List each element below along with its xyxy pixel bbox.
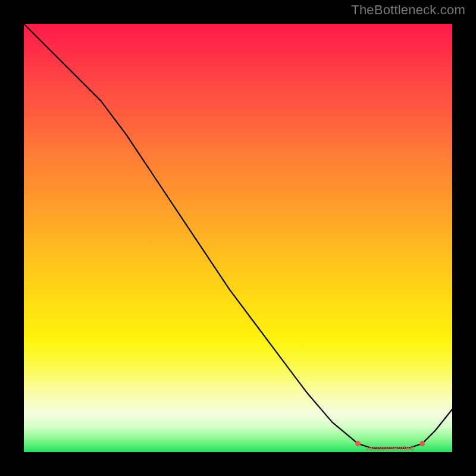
chart-frame: TheBottleneck.com recommended (0, 0, 476, 476)
recommended-endpoint-dot (419, 441, 425, 446)
watermark-label: TheBottleneck.com (351, 2, 465, 18)
curve-path (24, 24, 452, 448)
recommended-label: recommended (366, 444, 414, 452)
plot-area: recommended (24, 24, 452, 452)
recommended-endpoint-dot (355, 441, 361, 446)
chart-svg: recommended (24, 24, 452, 452)
